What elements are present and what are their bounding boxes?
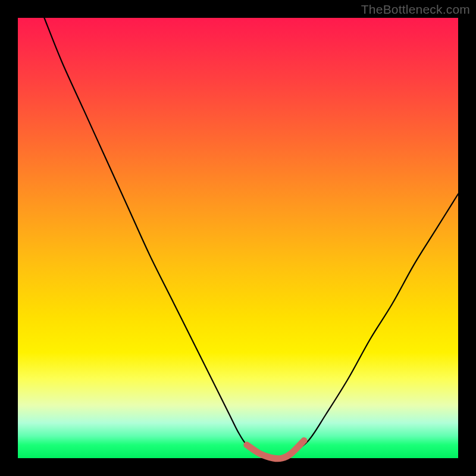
watermark-text: TheBottleneck.com xyxy=(361,2,470,17)
bottleneck-curve xyxy=(18,18,458,458)
highlight-path xyxy=(247,440,304,459)
curve-path xyxy=(44,18,458,459)
chart-frame: TheBottleneck.com xyxy=(0,0,476,476)
plot-area xyxy=(18,18,458,458)
